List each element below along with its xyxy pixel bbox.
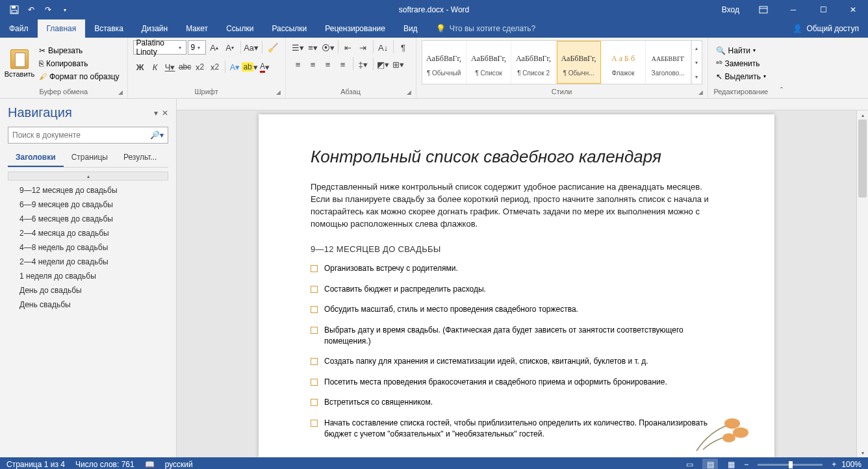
- web-layout-button[interactable]: ▦: [723, 459, 739, 469]
- doc-intro[interactable]: Представленный ниже контрольный список с…: [311, 181, 722, 230]
- replace-button[interactable]: ᵃᵇЗаменить: [713, 58, 769, 70]
- scroll-down-button[interactable]: ▾: [857, 448, 868, 457]
- align-left-button[interactable]: ≡: [291, 57, 305, 71]
- font-size-combo[interactable]: 9▾: [188, 40, 206, 55]
- nav-collapse-all[interactable]: ▴: [8, 171, 168, 181]
- tab-design[interactable]: Дизайн: [133, 19, 177, 38]
- close-button[interactable]: ✕: [838, 0, 868, 19]
- save-button[interactable]: [6, 2, 22, 18]
- nav-item[interactable]: День до свадьбы: [8, 283, 168, 298]
- scroll-thumb[interactable]: [858, 120, 867, 197]
- nav-item[interactable]: 2—4 месяца до свадьбы: [8, 226, 168, 240]
- tell-me-search[interactable]: 💡 Что вы хотите сделать?: [427, 19, 536, 38]
- minimize-button[interactable]: ─: [778, 0, 808, 19]
- maximize-button[interactable]: ☐: [808, 0, 838, 19]
- zoom-thumb[interactable]: [789, 461, 793, 468]
- highlight-button[interactable]: ab▾: [243, 60, 257, 74]
- increase-indent-button[interactable]: ⇥: [356, 40, 370, 55]
- qat-customize[interactable]: ▾: [57, 2, 73, 18]
- paragraph-dialog-launcher[interactable]: ◢: [407, 89, 415, 97]
- word-count[interactable]: Число слов: 761: [75, 460, 134, 469]
- nav-search-input[interactable]: [12, 131, 150, 140]
- language[interactable]: русский: [165, 460, 193, 469]
- style-heading[interactable]: ААББВВГГЗаголово...: [646, 41, 691, 84]
- tab-mailings[interactable]: Рассылки: [262, 19, 316, 38]
- font-color-button[interactable]: A▾: [258, 60, 272, 74]
- nav-tab-pages[interactable]: Страницы: [64, 149, 116, 167]
- checklist-item[interactable]: Встретиться со священником.: [311, 397, 722, 408]
- horizontal-ruler[interactable]: [177, 99, 868, 110]
- tab-view[interactable]: Вид: [394, 19, 427, 38]
- change-case-button[interactable]: Aa▾: [244, 40, 259, 55]
- zoom-level[interactable]: 100%: [841, 460, 862, 469]
- checklist-item[interactable]: Организовать встречу с родителями.: [311, 263, 722, 274]
- grow-font-button[interactable]: A▴: [207, 40, 222, 55]
- find-button[interactable]: 🔍Найти▾: [713, 45, 769, 57]
- checklist-item[interactable]: Выбрать дату и время свадьбы. (Фактическ…: [311, 325, 722, 348]
- cut-button[interactable]: ✂Вырезать: [36, 45, 122, 57]
- checklist-item[interactable]: Создать папку для хранения и систематиза…: [311, 356, 722, 367]
- paste-button[interactable]: Вставить: [5, 40, 34, 86]
- checklist-item[interactable]: Начать составление списка гостей, чтобы …: [311, 418, 722, 440]
- multilevel-button[interactable]: ⦿▾: [321, 40, 335, 55]
- nav-close-button[interactable]: ✕: [162, 108, 168, 118]
- search-icon[interactable]: 🔎▾: [150, 131, 164, 140]
- text-effects-button[interactable]: A▾: [228, 60, 242, 74]
- nav-tab-results[interactable]: Результ...: [116, 149, 164, 167]
- nav-item[interactable]: 6—9 месяцев до свадьбы: [8, 197, 168, 212]
- shrink-font-button[interactable]: A▾: [223, 40, 237, 55]
- style-list[interactable]: АаБбВвГг,¶ Список: [467, 41, 511, 84]
- align-center-button[interactable]: ≡: [306, 57, 320, 71]
- zoom-out-button[interactable]: −: [744, 460, 748, 469]
- sort-button[interactable]: A↓: [376, 40, 390, 55]
- nav-item[interactable]: 1 неделя до свадьбы: [8, 269, 168, 283]
- tab-insert[interactable]: Вставка: [85, 19, 133, 38]
- nav-item[interactable]: 4—8 недель до свадьбы: [8, 240, 168, 255]
- superscript-button[interactable]: x2: [208, 60, 222, 74]
- checklist-item[interactable]: Посетить места проведения бракосочетания…: [311, 377, 722, 388]
- show-marks-button[interactable]: ¶: [396, 40, 411, 55]
- tab-review[interactable]: Рецензирование: [316, 19, 394, 38]
- copy-button[interactable]: ⎘Копировать: [36, 58, 122, 70]
- nav-tab-headings[interactable]: Заголовки: [8, 149, 64, 167]
- format-painter-button[interactable]: 🖌Формат по образцу: [36, 71, 122, 82]
- justify-button[interactable]: ≡: [336, 57, 350, 71]
- doc-title[interactable]: Контрольный список свадебного календаря: [311, 147, 722, 167]
- decrease-indent-button[interactable]: ⇤: [341, 40, 355, 55]
- underline-button[interactable]: Ч▾: [163, 60, 177, 74]
- style-normal2[interactable]: АаБбВвГг,¶ Обычн...: [557, 41, 601, 84]
- styles-dialog-launcher[interactable]: ◢: [698, 89, 706, 97]
- align-right-button[interactable]: ≡: [321, 57, 335, 71]
- font-dialog-launcher[interactable]: ◢: [276, 89, 284, 97]
- clipboard-dialog-launcher[interactable]: ◢: [118, 89, 126, 97]
- shading-button[interactable]: ◩▾: [376, 57, 390, 71]
- nav-search[interactable]: 🔎▾: [8, 127, 168, 144]
- strikethrough-button[interactable]: abc: [178, 60, 192, 74]
- line-spacing-button[interactable]: ‡▾: [356, 57, 370, 71]
- style-list2[interactable]: АаБбВвГг,¶ Список 2: [512, 41, 556, 84]
- tab-references[interactable]: Ссылки: [217, 19, 262, 38]
- bullets-button[interactable]: ☰▾: [291, 40, 305, 55]
- styles-gallery-expand[interactable]: ▴▾▾: [691, 41, 702, 84]
- scroll-up-button[interactable]: ▴: [857, 110, 868, 120]
- nav-item[interactable]: 2—4 недели до свадьбы: [8, 255, 168, 269]
- subscript-button[interactable]: x2: [193, 60, 207, 74]
- zoom-in-button[interactable]: +: [832, 460, 836, 469]
- checklist-item[interactable]: Составить бюджет и распределить расходы.: [311, 284, 722, 295]
- collapse-ribbon-button[interactable]: ˆ: [774, 38, 789, 98]
- style-checkbox[interactable]: А а Б бФлажок: [602, 41, 646, 84]
- ribbon-display-button[interactable]: [748, 0, 778, 19]
- tab-file[interactable]: Файл: [0, 19, 38, 38]
- nav-menu-button[interactable]: ▾: [154, 108, 158, 118]
- clear-formatting-button[interactable]: 🧹: [266, 40, 280, 55]
- font-name-combo[interactable]: Palatino Linoty▾: [133, 40, 186, 55]
- tab-layout[interactable]: Макет: [177, 19, 217, 38]
- spell-check-icon[interactable]: 📖: [145, 460, 155, 469]
- share-button[interactable]: 👤 Общий доступ: [784, 19, 868, 38]
- checklist-item[interactable]: Обсудить масштаб, стиль и место проведен…: [311, 304, 722, 315]
- page-viewport[interactable]: Контрольный список свадебного календаря …: [177, 110, 856, 457]
- select-button[interactable]: ↖Выделить▾: [713, 71, 769, 82]
- read-mode-button[interactable]: ▭: [682, 459, 697, 469]
- vertical-scrollbar[interactable]: ▴ ▾: [856, 110, 868, 457]
- nav-item[interactable]: 4—6 месяцев до свадьбы: [8, 212, 168, 226]
